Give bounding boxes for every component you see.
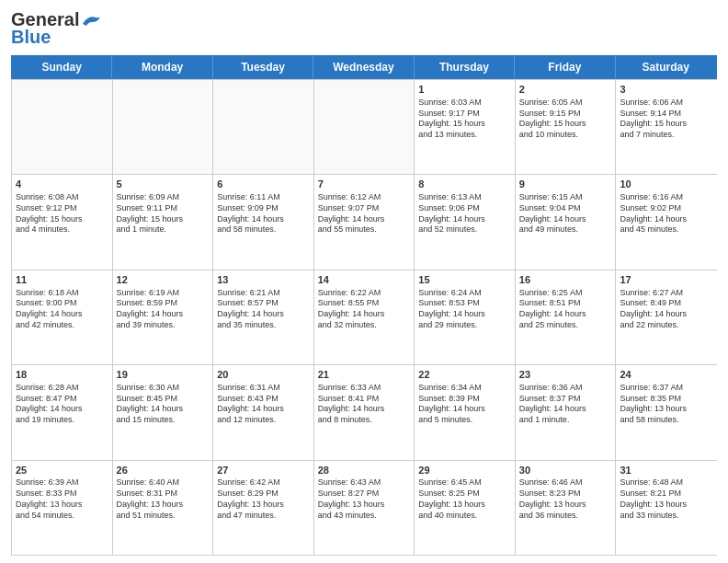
weekday-header-saturday: Saturday [616,56,716,78]
day-cell-16: 16Sunrise: 6:25 AM Sunset: 8:51 PM Dayli… [516,270,617,364]
day-info: Sunrise: 6:27 AM Sunset: 8:49 PM Dayligh… [620,288,713,331]
day-cell-24: 24Sunrise: 6:37 AM Sunset: 8:35 PM Dayli… [616,365,717,459]
day-number: 6 [217,178,310,191]
weekday-header-tuesday: Tuesday [213,56,313,78]
day-info: Sunrise: 6:09 AM Sunset: 9:11 PM Dayligh… [117,192,210,236]
day-number: 17 [620,273,713,287]
day-number: 10 [620,178,713,191]
day-info: Sunrise: 6:13 AM Sunset: 9:06 PM Dayligh… [418,192,511,236]
day-cell-21: 21Sunrise: 6:33 AM Sunset: 8:41 PM Dayli… [314,365,415,459]
day-info: Sunrise: 6:48 AM Sunset: 8:21 PM Dayligh… [620,477,713,521]
day-number: 18 [16,368,108,382]
day-cell-27: 27Sunrise: 6:42 AM Sunset: 8:29 PM Dayli… [213,461,314,555]
calendar-header: SundayMondayTuesdayWednesdayThursdayFrid… [11,55,717,79]
day-number: 13 [217,273,310,287]
calendar: SundayMondayTuesdayWednesdayThursdayFrid… [11,55,717,556]
day-info: Sunrise: 6:24 AM Sunset: 8:53 PM Dayligh… [418,288,511,331]
day-number: 22 [418,368,511,382]
day-cell-26: 26Sunrise: 6:40 AM Sunset: 8:31 PM Dayli… [113,461,214,555]
day-cell-2: 2Sunrise: 6:05 AM Sunset: 9:15 PM Daylig… [516,80,617,174]
day-info: Sunrise: 6:21 AM Sunset: 8:57 PM Dayligh… [217,288,310,331]
weekday-header-monday: Monday [112,56,212,78]
day-cell-13: 13Sunrise: 6:21 AM Sunset: 8:57 PM Dayli… [213,270,314,364]
weekday-header-friday: Friday [515,56,615,78]
day-number: 9 [519,178,612,191]
day-number: 23 [519,368,612,382]
day-number: 31 [620,464,713,477]
weekday-header-sunday: Sunday [12,56,112,78]
day-info: Sunrise: 6:12 AM Sunset: 9:07 PM Dayligh… [318,192,411,236]
day-info: Sunrise: 6:34 AM Sunset: 8:39 PM Dayligh… [418,383,511,426]
day-info: Sunrise: 6:39 AM Sunset: 8:33 PM Dayligh… [16,477,108,521]
day-number: 26 [117,464,210,477]
day-cell-23: 23Sunrise: 6:36 AM Sunset: 8:37 PM Dayli… [516,365,617,459]
day-number: 27 [217,464,310,477]
day-info: Sunrise: 6:11 AM Sunset: 9:09 PM Dayligh… [217,192,310,236]
day-info: Sunrise: 6:31 AM Sunset: 8:43 PM Dayligh… [217,383,310,426]
day-cell-22: 22Sunrise: 6:34 AM Sunset: 8:39 PM Dayli… [415,365,516,459]
day-info: Sunrise: 6:46 AM Sunset: 8:23 PM Dayligh… [519,477,612,521]
day-cell-1: 1Sunrise: 6:03 AM Sunset: 9:17 PM Daylig… [415,80,516,174]
logo-bird-icon [81,13,101,28]
day-info: Sunrise: 6:42 AM Sunset: 8:29 PM Dayligh… [217,477,310,521]
header: General Blue [11,9,717,48]
day-info: Sunrise: 6:33 AM Sunset: 8:41 PM Dayligh… [318,383,411,426]
day-number: 3 [620,83,713,97]
day-cell-4: 4Sunrise: 6:08 AM Sunset: 9:12 PM Daylig… [12,175,113,269]
day-cell-25: 25Sunrise: 6:39 AM Sunset: 8:33 PM Dayli… [12,461,113,555]
day-cell-6: 6Sunrise: 6:11 AM Sunset: 9:09 PM Daylig… [213,175,314,269]
empty-cell [113,80,214,174]
day-number: 4 [16,178,108,191]
day-number: 24 [620,368,713,382]
empty-cell [213,80,314,174]
day-info: Sunrise: 6:22 AM Sunset: 8:55 PM Dayligh… [318,288,411,331]
day-cell-28: 28Sunrise: 6:43 AM Sunset: 8:27 PM Dayli… [314,461,415,555]
day-info: Sunrise: 6:06 AM Sunset: 9:14 PM Dayligh… [620,98,713,141]
day-number: 20 [217,368,310,382]
day-number: 16 [519,273,612,287]
day-cell-12: 12Sunrise: 6:19 AM Sunset: 8:59 PM Dayli… [113,270,214,364]
day-cell-15: 15Sunrise: 6:24 AM Sunset: 8:53 PM Dayli… [415,270,516,364]
logo: General Blue [11,9,101,48]
day-info: Sunrise: 6:36 AM Sunset: 8:37 PM Dayligh… [519,383,612,426]
day-info: Sunrise: 6:03 AM Sunset: 9:17 PM Dayligh… [418,98,511,141]
day-number: 25 [16,464,108,477]
day-cell-10: 10Sunrise: 6:16 AM Sunset: 9:02 PM Dayli… [616,175,717,269]
day-number: 15 [418,273,511,287]
day-number: 29 [418,464,511,477]
day-cell-5: 5Sunrise: 6:09 AM Sunset: 9:11 PM Daylig… [113,175,214,269]
day-info: Sunrise: 6:08 AM Sunset: 9:12 PM Dayligh… [16,192,108,236]
weekday-header-wednesday: Wednesday [313,56,414,78]
day-info: Sunrise: 6:28 AM Sunset: 8:47 PM Dayligh… [16,383,108,426]
day-cell-20: 20Sunrise: 6:31 AM Sunset: 8:43 PM Dayli… [213,365,314,459]
day-cell-7: 7Sunrise: 6:12 AM Sunset: 9:07 PM Daylig… [314,175,415,269]
day-number: 19 [117,368,210,382]
day-cell-19: 19Sunrise: 6:30 AM Sunset: 8:45 PM Dayli… [113,365,214,459]
day-number: 12 [117,273,210,287]
day-number: 14 [318,273,411,287]
day-cell-11: 11Sunrise: 6:18 AM Sunset: 9:00 PM Dayli… [12,270,113,364]
day-info: Sunrise: 6:45 AM Sunset: 8:25 PM Dayligh… [418,477,511,521]
day-number: 11 [16,273,108,287]
day-info: Sunrise: 6:16 AM Sunset: 9:02 PM Dayligh… [620,192,713,236]
day-cell-14: 14Sunrise: 6:22 AM Sunset: 8:55 PM Dayli… [314,270,415,364]
day-cell-31: 31Sunrise: 6:48 AM Sunset: 8:21 PM Dayli… [616,461,717,555]
day-info: Sunrise: 6:43 AM Sunset: 8:27 PM Dayligh… [318,477,411,521]
week-row-5: 25Sunrise: 6:39 AM Sunset: 8:33 PM Dayli… [12,460,717,555]
weekday-header-thursday: Thursday [415,56,515,78]
week-row-2: 4Sunrise: 6:08 AM Sunset: 9:12 PM Daylig… [12,174,717,269]
day-cell-17: 17Sunrise: 6:27 AM Sunset: 8:49 PM Dayli… [616,270,717,364]
logo-blue: Blue [11,27,51,48]
week-row-1: 1Sunrise: 6:03 AM Sunset: 9:17 PM Daylig… [12,79,717,174]
day-cell-3: 3Sunrise: 6:06 AM Sunset: 9:14 PM Daylig… [616,80,717,174]
day-number: 30 [519,464,612,477]
day-info: Sunrise: 6:18 AM Sunset: 9:00 PM Dayligh… [16,288,108,331]
empty-cell [12,80,113,174]
week-row-3: 11Sunrise: 6:18 AM Sunset: 9:00 PM Dayli… [12,270,717,364]
day-info: Sunrise: 6:37 AM Sunset: 8:35 PM Dayligh… [620,383,713,426]
week-row-4: 18Sunrise: 6:28 AM Sunset: 8:47 PM Dayli… [12,364,717,459]
day-number: 8 [418,178,511,191]
day-info: Sunrise: 6:25 AM Sunset: 8:51 PM Dayligh… [519,288,612,331]
day-info: Sunrise: 6:30 AM Sunset: 8:45 PM Dayligh… [117,383,210,426]
day-cell-18: 18Sunrise: 6:28 AM Sunset: 8:47 PM Dayli… [12,365,113,459]
